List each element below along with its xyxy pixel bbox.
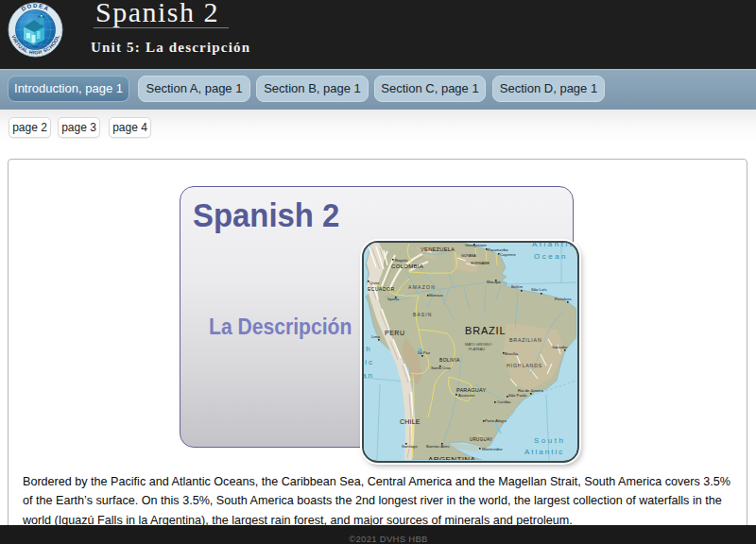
svg-text:Ocean: Ocean bbox=[534, 252, 568, 261]
svg-text:BOLIVIA: BOLIVIA bbox=[439, 357, 460, 363]
svg-text:ARGENTINA: ARGENTINA bbox=[428, 455, 476, 460]
svg-text:Bogotá: Bogotá bbox=[395, 258, 408, 263]
svg-text:th: th bbox=[364, 345, 372, 353]
svg-text:Atlantic: Atlantic bbox=[524, 448, 564, 456]
svg-text:fic: fic bbox=[364, 358, 374, 366]
svg-text:SURINAME: SURINAME bbox=[471, 262, 490, 265]
svg-text:Fortaleza: Fortaleza bbox=[555, 297, 572, 301]
svg-text:AMAZON: AMAZON bbox=[408, 284, 436, 290]
svg-text:PERU: PERU bbox=[385, 330, 404, 336]
svg-text:Buenos Aires: Buenos Aires bbox=[426, 444, 450, 449]
svg-text:Brasília: Brasília bbox=[505, 351, 519, 356]
svg-text:BASIN: BASIN bbox=[413, 312, 433, 317]
svg-text:COLOMBIA: COLOMBIA bbox=[391, 264, 423, 269]
svg-text:BRAZILIAN: BRAZILIAN bbox=[509, 337, 542, 343]
svg-text:Porto Alegre: Porto Alegre bbox=[485, 418, 507, 423]
svg-text:South: South bbox=[534, 436, 565, 445]
svg-text:Cayenne: Cayenne bbox=[500, 252, 516, 257]
svg-text:HIGHLANDS: HIGHLANDS bbox=[507, 363, 542, 368]
svg-text:Belém: Belém bbox=[511, 284, 523, 289]
svg-text:São Paulo: São Paulo bbox=[508, 393, 527, 398]
svg-text:Santiago: Santiago bbox=[402, 444, 418, 449]
svg-text:Manaus: Manaus bbox=[429, 293, 443, 298]
svg-text:Quito: Quito bbox=[369, 280, 380, 285]
svg-text:Iquitos: Iquitos bbox=[387, 297, 399, 301]
svg-text:Asunción: Asunción bbox=[458, 393, 475, 398]
svg-text:MATO GROSSO: MATO GROSSO bbox=[465, 343, 491, 347]
svg-text:PLATEAU: PLATEAU bbox=[469, 348, 485, 351]
svg-text:La Paz: La Paz bbox=[418, 350, 430, 355]
svg-text:BRAZIL: BRAZIL bbox=[465, 325, 506, 336]
svg-text:São Luís: São Luís bbox=[531, 287, 547, 292]
svg-text:GUYANA: GUYANA bbox=[461, 254, 476, 258]
svg-text:Macapá: Macapá bbox=[487, 280, 502, 284]
svg-text:Curitiba: Curitiba bbox=[497, 400, 511, 404]
svg-text:URUGUAY: URUGUAY bbox=[470, 437, 492, 442]
svg-text:CHILE: CHILE bbox=[400, 418, 421, 425]
svg-text:Georgetown: Georgetown bbox=[465, 243, 487, 247]
svg-text:Santa Cruz: Santa Cruz bbox=[431, 366, 451, 370]
svg-text:Lima: Lima bbox=[371, 334, 381, 339]
svg-text:an: an bbox=[364, 371, 374, 380]
svg-text:ECUADOR: ECUADOR bbox=[368, 286, 395, 292]
svg-text:VENEZUELA: VENEZUELA bbox=[421, 246, 455, 252]
svg-text:Montevideo: Montevideo bbox=[482, 447, 503, 451]
svg-text:Salvador: Salvador bbox=[552, 345, 568, 349]
svg-text:Atlantic: Atlantic bbox=[532, 243, 576, 248]
